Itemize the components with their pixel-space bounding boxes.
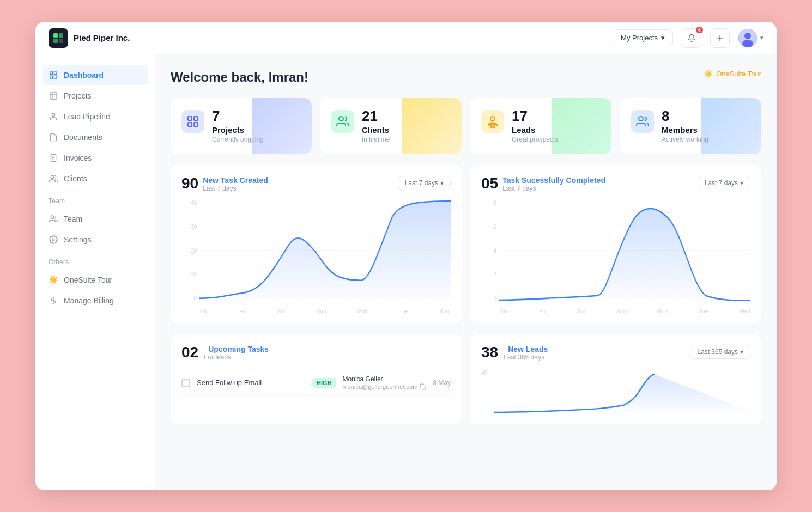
app-window: Pied Piper Inc. My Projects ▾ 6 [35, 22, 777, 490]
sidebar-item-settings[interactable]: Settings [42, 230, 148, 249]
projects-icon [49, 91, 58, 101]
x-label: Sun [317, 308, 326, 314]
chart1-sub: Last 7 days [203, 185, 268, 192]
welcome-title: Welcome back, Imran! [171, 70, 308, 85]
upcoming-tasks-sub: For leads [204, 353, 269, 361]
svg-rect-9 [50, 72, 53, 75]
task-checkbox[interactable] [181, 379, 190, 387]
projects-label: Projects [212, 125, 264, 135]
chart2-area: 8 6 4 2 0 [481, 194, 750, 314]
chart1-area: 40 30 20 10 0 [181, 194, 451, 314]
sidebar-others-nav: ☀️ OneSuite Tour Manage Billing [35, 270, 155, 310]
onesuite-tour-link[interactable]: ☀️ OneSuite Tour [704, 70, 761, 78]
sidebar-item-lead-pipeline[interactable]: Lead Pipeline [42, 107, 148, 126]
svg-rect-42 [422, 386, 426, 390]
sidebar-item-label: OneSuite Tour [64, 276, 112, 284]
x-label: Thu [499, 308, 508, 314]
chart2-sub: Last 7 days [502, 185, 605, 192]
new-leads-chart: 40 [481, 370, 750, 413]
x-label: Fri [539, 308, 546, 314]
chart2-svg [499, 200, 750, 301]
svg-point-7 [744, 33, 751, 39]
add-button[interactable] [710, 28, 730, 48]
my-projects-button[interactable]: My Projects ▾ [613, 29, 673, 46]
chart2-y-labels: 8 6 4 2 0 [481, 200, 496, 301]
x-label: Wed [740, 308, 750, 314]
upcoming-tasks-count: 02 [181, 345, 198, 360]
sidebar-item-manage-billing[interactable]: Manage Billing [42, 291, 148, 310]
members-stat-icon [631, 110, 654, 133]
svg-rect-28 [194, 123, 198, 126]
projects-number: 7 [212, 109, 264, 123]
sidebar: Dashboard Projects [35, 54, 155, 490]
user-avatar-area[interactable]: ▾ [738, 29, 763, 47]
members-stat-info: 8 Members Actively working [662, 109, 708, 143]
task-item: Send Follw-up Email HIGH Monica Geller m… [181, 370, 451, 396]
header-right: My Projects ▾ 6 [613, 28, 763, 48]
sidebar-item-onesuite-tour[interactable]: ☀️ OneSuite Tour [42, 270, 148, 290]
x-label: Wed [440, 308, 451, 314]
stat-card-clients: 21 Clients In lifetime [320, 98, 462, 154]
y-label: 2 [481, 271, 496, 277]
svg-point-21 [51, 175, 53, 178]
sidebar-item-documents[interactable]: Documents [42, 127, 148, 147]
svg-point-30 [490, 117, 495, 121]
new-leads-card: 38 New Leads Last 365 days Last 365 days… [470, 334, 761, 424]
chart2-title: Task Sucessfully Completed [502, 176, 605, 185]
svg-rect-12 [50, 76, 53, 78]
leads-sub: Great prospects [512, 136, 558, 143]
sidebar-item-team[interactable]: Team [42, 209, 148, 229]
chevron-down-icon: ▾ [740, 348, 743, 356]
bottom-row: 02 Upcoming Tasks For leads Send Follw-u… [171, 334, 761, 424]
chart2-count: 05 [481, 176, 498, 191]
projects-sub: Currently ongoing [212, 136, 264, 143]
chevron-down-icon: ▾ [760, 34, 763, 41]
sidebar-item-dashboard[interactable]: Dashboard [42, 65, 148, 85]
sidebar-item-label: Manage Billing [64, 296, 114, 305]
others-section-label: Others [35, 249, 155, 270]
svg-point-22 [51, 216, 53, 218]
x-label: Thu [199, 308, 208, 314]
svg-point-16 [52, 113, 54, 116]
clients-icon [49, 174, 58, 184]
sidebar-item-label: Invoices [64, 154, 92, 162]
svg-point-31 [639, 117, 643, 121]
svg-rect-26 [194, 117, 198, 120]
header: Pied Piper Inc. My Projects ▾ 6 [35, 22, 777, 54]
y-label: 40 [181, 200, 197, 206]
chart2-header-left: 05 Task Sucessfully Completed Last 7 day… [481, 176, 605, 192]
task-person-email: monica@gellergourmet.com [343, 383, 427, 390]
leads-label: Leads [512, 125, 558, 135]
chart1-header-left: 90 New Task Created Last 7 days [181, 176, 268, 192]
projects-stat-info: 7 Projects Currently ongoing [212, 109, 264, 143]
chart1-period-button[interactable]: Last 7 days ▾ [398, 176, 451, 190]
sun-icon: ☀️ [49, 275, 58, 285]
svg-rect-27 [188, 123, 192, 126]
avatar [738, 29, 757, 47]
svg-rect-10 [54, 72, 57, 75]
members-number: 8 [662, 109, 708, 123]
x-label: Tue [699, 308, 708, 314]
stat-card-members: 8 Members Actively working [620, 98, 761, 154]
new-leads-labels: New Leads Last 365 days [504, 345, 548, 361]
chart2-title-area: Task Sucessfully Completed Last 7 days [502, 176, 605, 192]
settings-icon [49, 235, 58, 245]
notification-badge: 6 [696, 27, 703, 33]
completed-task-chart-card: 05 Task Sucessfully Completed Last 7 day… [470, 165, 761, 323]
chart2-period-button[interactable]: Last 7 days ▾ [698, 176, 750, 190]
sidebar-item-projects[interactable]: Projects [42, 86, 148, 106]
svg-rect-25 [188, 117, 192, 120]
svg-point-8 [742, 40, 753, 47]
sun-icon: ☀️ [704, 70, 713, 78]
chart2-header: 05 Task Sucessfully Completed Last 7 day… [481, 176, 750, 192]
svg-rect-2 [53, 39, 58, 43]
sidebar-item-clients[interactable]: Clients [42, 169, 148, 188]
new-leads-period-button[interactable]: Last 365 days ▾ [690, 345, 750, 359]
sidebar-item-invoices[interactable]: Invoices [42, 148, 148, 168]
chevron-down-icon: ▾ [661, 34, 665, 42]
notifications-button[interactable]: 6 [682, 28, 701, 48]
sidebar-item-label: Lead Pipeline [64, 112, 110, 121]
chart2-period-label: Last 7 days [705, 179, 738, 187]
y-label: 4 [481, 248, 496, 254]
upcoming-tasks-header: 02 Upcoming Tasks For leads [181, 345, 451, 361]
